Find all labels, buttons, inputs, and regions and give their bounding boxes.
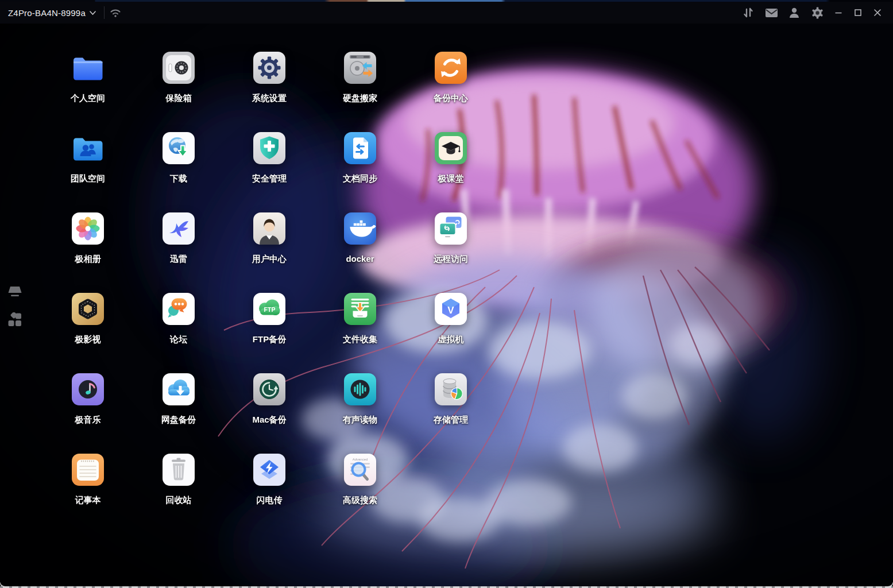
- storage-pie-icon: [434, 372, 468, 407]
- window-bottom-edge: [0, 581, 893, 586]
- app-label: 极课堂: [438, 173, 464, 184]
- monitor-icon: [7, 285, 23, 298]
- app-label: 文件收集: [343, 334, 377, 345]
- backup-sync-icon: [434, 51, 468, 85]
- graduation-cap-icon: [434, 131, 468, 165]
- app-label: 个人空间: [71, 93, 105, 104]
- app-system-settings[interactable]: 系统设置: [224, 49, 315, 130]
- app-docker[interactable]: docker: [315, 210, 405, 291]
- trash-icon: [161, 452, 196, 487]
- app-label: 网盘备份: [161, 415, 196, 425]
- app-safe-box[interactable]: 保险箱: [133, 49, 224, 130]
- cloud-download-icon: [161, 372, 196, 407]
- app-label: 闪电传: [257, 495, 283, 506]
- app-xunlei[interactable]: 迅雷: [133, 210, 224, 291]
- app-label: Mac备份: [252, 415, 286, 425]
- close-button[interactable]: [868, 2, 887, 24]
- app-ftp-backup[interactable]: FTPFTP备份: [224, 291, 315, 371]
- app-download[interactable]: 下载: [133, 130, 224, 210]
- lightning-diamond-icon: [252, 452, 287, 487]
- app-backup-center[interactable]: 备份中心: [405, 49, 496, 130]
- app-personal-space[interactable]: 个人空间: [42, 49, 133, 130]
- ftp-cloud-icon: FTP: [252, 292, 287, 326]
- app-disk-migration[interactable]: 硬盘搬家: [315, 49, 405, 130]
- app-notepad[interactable]: 记事本: [42, 451, 133, 532]
- chat-bubbles-icon: [161, 292, 196, 326]
- app-mac-backup[interactable]: Mac备份: [224, 371, 315, 451]
- settings-gear-icon: [252, 51, 287, 85]
- app-label: 有声读物: [343, 415, 377, 425]
- app-team-space[interactable]: 团队空间: [42, 130, 133, 210]
- file-collect-icon: [343, 292, 377, 326]
- side-dock: [6, 283, 24, 329]
- user-icon[interactable]: [783, 2, 806, 24]
- folder-team-icon: [71, 131, 105, 165]
- app-label: 极音乐: [75, 415, 101, 425]
- maximize-button[interactable]: [848, 2, 868, 24]
- doc-sync-icon: [343, 131, 377, 165]
- app-forum[interactable]: 论坛: [133, 291, 224, 371]
- server-name: Z4Pro-BA4N-8999a: [8, 8, 86, 18]
- app-label: 保险箱: [166, 93, 192, 104]
- app-remote-access[interactable]: 远程访问: [405, 210, 496, 291]
- desktop-view-button[interactable]: [6, 283, 24, 301]
- apps-view-button[interactable]: [6, 311, 24, 329]
- app-music[interactable]: 极音乐: [42, 371, 133, 451]
- mail-icon[interactable]: [760, 2, 783, 24]
- app-label: docker: [346, 254, 374, 264]
- adv-search-icon: Advanced: [343, 452, 377, 487]
- app-label: 文档同步: [343, 173, 377, 184]
- music-note-icon: [71, 372, 105, 407]
- app-label: 记事本: [75, 495, 101, 506]
- shield-plus-icon: [252, 131, 287, 165]
- nas-desktop-window: Z4Pro-BA4N-8999a: [0, 0, 893, 588]
- app-user-center[interactable]: 用户中心: [224, 210, 315, 291]
- app-advanced-search[interactable]: Advanced 高级搜索: [315, 451, 405, 532]
- avatar-man-icon: [252, 211, 287, 246]
- app-flash-transfer[interactable]: 闪电传: [224, 451, 315, 532]
- film-loop-icon: [71, 292, 105, 326]
- docker-whale-icon: [343, 211, 377, 246]
- app-label: 远程访问: [434, 254, 468, 265]
- globe-download-icon: [161, 131, 196, 165]
- app-label: 用户中心: [252, 254, 287, 265]
- wifi-icon[interactable]: [105, 2, 126, 24]
- chevron-down-icon: [90, 11, 96, 15]
- svg-text:Advanced: Advanced: [353, 458, 368, 461]
- app-file-collection[interactable]: 文件收集: [315, 291, 405, 371]
- app-label: 备份中心: [434, 93, 468, 104]
- photo-flower-icon: [71, 211, 105, 246]
- app-label: 安全管理: [252, 173, 287, 184]
- remote-screens-icon: [434, 211, 468, 246]
- time-machine-icon: [252, 372, 287, 407]
- app-cloud-backup[interactable]: 网盘备份: [133, 371, 224, 451]
- desktop: 个人空间 保险箱 系统设置 硬盘搬家 备份中心 团队空间 下载 安全管理 文档同…: [42, 49, 496, 532]
- app-recycle-bin[interactable]: 回收站: [133, 451, 224, 532]
- svg-text:FTP: FTP: [264, 306, 276, 313]
- app-movies[interactable]: 极影视: [42, 291, 133, 371]
- app-grid-icon: [7, 312, 22, 327]
- audio-wave-icon: [343, 372, 377, 407]
- minimize-button[interactable]: [829, 2, 848, 24]
- app-storage-management[interactable]: 存储管理: [405, 371, 496, 451]
- transfer-icon[interactable]: [737, 2, 760, 24]
- disk-migration-icon: [343, 51, 377, 85]
- server-name-dropdown[interactable]: Z4Pro-BA4N-8999a: [0, 2, 104, 24]
- app-label: 团队空间: [71, 173, 105, 184]
- app-photo-album[interactable]: 极相册: [42, 210, 133, 291]
- settings-icon[interactable]: [806, 2, 829, 24]
- app-label: 极影视: [75, 334, 101, 345]
- app-document-sync[interactable]: 文档同步: [315, 130, 405, 210]
- app-virtual-machine[interactable]: V虚拟机: [405, 291, 496, 371]
- app-classroom[interactable]: 极课堂: [405, 130, 496, 210]
- vm-hexagon-icon: V: [434, 292, 468, 326]
- titlebar: Z4Pro-BA4N-8999a: [0, 2, 893, 24]
- app-label: 迅雷: [170, 254, 187, 265]
- folder-personal-icon: [71, 51, 105, 85]
- app-audiobooks[interactable]: 有声读物: [315, 371, 405, 451]
- app-label: 论坛: [170, 334, 187, 345]
- app-label: 极相册: [75, 254, 101, 265]
- app-security-management[interactable]: 安全管理: [224, 130, 315, 210]
- app-label: 下载: [170, 173, 187, 184]
- app-label: 系统设置: [252, 93, 287, 104]
